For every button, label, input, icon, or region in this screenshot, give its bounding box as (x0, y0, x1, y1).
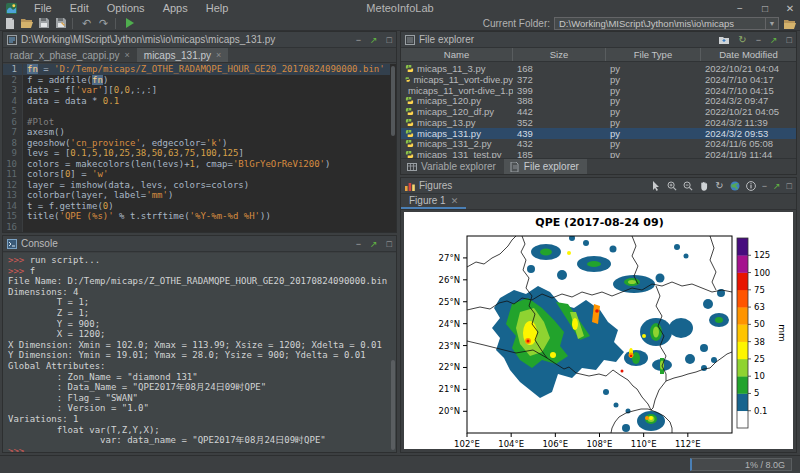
console-line: Variations: 1 (8, 414, 396, 425)
tab-close-icon[interactable]: ✕ (451, 196, 459, 206)
code-line[interactable]: 8geoshow('cn_province', edgecolor='k') (3, 138, 396, 149)
svg-text:25: 25 (754, 354, 765, 364)
menu-apps[interactable]: Apps (154, 2, 197, 14)
memory-usage-indicator[interactable]: 1% / 8.0G (690, 458, 792, 471)
tab-close-icon[interactable]: × (125, 50, 130, 60)
code-editor-area[interactable]: 1fn = 'D:/Temp/micaps/Z_OTHE_RADAMQPE_HO… (3, 64, 396, 232)
code-line[interactable]: 4data = data * 0.1 (3, 96, 396, 107)
rotate-icon[interactable]: ↻ (715, 180, 723, 191)
menu-edit[interactable]: Edit (61, 2, 98, 14)
code-line[interactable]: 6#Plot (3, 117, 396, 128)
column-header-name[interactable]: Name (401, 48, 513, 61)
panel-float-button[interactable]: ↗ (370, 239, 378, 249)
console-output-area[interactable]: >>> run script...>>> fFile Name: D:/Temp… (3, 253, 396, 452)
panel-minimize-button[interactable]: − (756, 35, 761, 45)
code-line[interactable]: 3data = f['var'][0,0,:,:] (3, 85, 396, 96)
line-number: 6 (3, 117, 23, 128)
code-text: t = f.gettime(0) (23, 201, 114, 212)
column-header-modified[interactable]: Date Modified (701, 48, 796, 61)
file-row-micaps_11_vort-dive_1.py[interactable]: micaps_11_vort-dive_1.py399py2024/7/10 0… (401, 85, 796, 96)
identify-info-icon[interactable] (746, 181, 756, 191)
file-row-micaps_131.py[interactable]: micaps_131.py439py2024/3/2 09:53 (401, 128, 796, 139)
window-minimize-button[interactable]: − (734, 3, 746, 14)
code-line[interactable]: 2f = addfile(fn) (3, 75, 396, 86)
console-line: >>> f (8, 266, 396, 277)
console-scrollbar[interactable] (390, 253, 396, 452)
code-line[interactable]: 15title('QPE (%s)' % t.strftime('%Y-%m-%… (3, 211, 396, 222)
redo-button[interactable]: ↷ (96, 17, 111, 30)
code-line[interactable]: 9levs = [0.1,5,10,25,38,50,63,75,100,125… (3, 148, 396, 159)
code-line[interactable]: 16 (3, 222, 396, 233)
console-line: var: data_name = "QPE2017年08月24日09时QPE" (8, 435, 396, 446)
window-maximize-button[interactable]: □ (759, 3, 771, 14)
column-header-filetype[interactable]: File Type (606, 48, 701, 61)
tab-file-explorer[interactable]: File explorer (504, 159, 587, 174)
panel-minimize-button[interactable]: − (762, 181, 767, 191)
console-panel-header: Console − ↗ □ (3, 236, 396, 252)
file-row-micaps_120.py[interactable]: micaps_120.py388py2024/3/2 09:47 (401, 95, 796, 106)
panel-maximize-button[interactable]: □ (387, 35, 392, 45)
file-row-micaps_11_3.py[interactable]: micaps_11_3.py168py2022/10/21 04:04 (401, 63, 796, 74)
editor-file-path: D:\Working\MIScript\Jython\mis\io\micaps… (21, 34, 356, 45)
file-modified: 2022/10/21 04:05 (701, 106, 796, 117)
code-line[interactable]: 14t = f.gettime(0) (3, 201, 396, 212)
tab-figure-1[interactable]: Figure 1 ✕ (401, 194, 466, 209)
figure-canvas[interactable]: QPE (2017-08-24 09)102°E104°E106°E108°E1… (404, 212, 793, 449)
window-controls: − □ ✕ (734, 0, 796, 16)
file-row-micaps_131_2.py[interactable]: micaps_131_2.py432py2024/11/6 05:08 (401, 139, 796, 150)
code-line[interactable]: 7axesm() (3, 127, 396, 138)
zoom-out-icon[interactable] (683, 181, 693, 191)
panel-maximize-button[interactable]: □ (787, 35, 792, 45)
chevron-down-icon[interactable]: ▼ (765, 18, 778, 29)
tab-micaps-131[interactable]: micaps_131.py × (137, 48, 229, 62)
menu-file[interactable]: File (25, 2, 61, 14)
file-type: py (606, 85, 701, 96)
file-explorer-tab-icon (510, 162, 520, 172)
save-button[interactable] (36, 17, 51, 30)
line-number: 7 (3, 127, 23, 138)
select-arrow-icon[interactable] (651, 181, 661, 191)
panel-maximize-button[interactable]: □ (787, 181, 792, 191)
browse-folder-button[interactable] (782, 17, 798, 30)
full-extent-globe-icon[interactable] (730, 181, 740, 191)
file-name: micaps_120.py (417, 95, 481, 106)
file-modified: 2024/7/10 04:15 (701, 85, 796, 96)
zoom-in-icon[interactable] (667, 181, 677, 191)
file-row-micaps_13.py[interactable]: micaps_13.py352py2024/3/2 11:39 (401, 117, 796, 128)
run-script-button[interactable] (122, 17, 137, 30)
file-row-micaps_120_df.py[interactable]: micaps_120_df.py442py2022/10/21 04:05 (401, 106, 796, 117)
refresh-icon[interactable]: ↻ (738, 34, 746, 45)
undo-button[interactable]: ↶ (79, 17, 94, 30)
code-line[interactable]: 11colors[0] = 'w' (3, 169, 396, 180)
menu-options[interactable]: Options (98, 2, 154, 14)
line-number: 10 (3, 159, 23, 170)
editor-scrollbar[interactable] (390, 64, 396, 232)
current-folder-combobox[interactable]: D:\Working\MIScript\Jython\mis\io\micaps… (554, 17, 779, 30)
code-line[interactable]: 12layer = imshow(data, levs, colors=colo… (3, 180, 396, 191)
panel-float-button[interactable]: ↗ (773, 181, 781, 191)
new-folder-icon[interactable] (719, 35, 729, 45)
panel-minimize-button[interactable]: − (356, 35, 361, 45)
code-line[interactable]: 1fn = 'D:/Temp/micaps/Z_OTHE_RADAMQPE_HO… (3, 64, 396, 75)
code-line[interactable]: 10colors = makecolors(len(levs)+1, cmap=… (3, 159, 396, 170)
tab-variable-explorer[interactable]: Variable explorer (401, 159, 504, 174)
map-layers (467, 235, 732, 433)
save-as-button[interactable] (53, 17, 68, 30)
svg-text:23°N: 23°N (439, 341, 460, 351)
panel-float-button[interactable]: ↗ (770, 35, 778, 45)
panel-maximize-button[interactable]: □ (387, 239, 392, 249)
code-line[interactable]: 5 (3, 106, 396, 117)
new-file-button[interactable] (2, 17, 17, 30)
code-text: geoshow('cn_province', edgecolor='k') (23, 138, 228, 149)
tab-radar-x-phase-cappi[interactable]: radar_x_phase_cappi.py × (3, 48, 137, 62)
panel-minimize-button[interactable]: − (356, 239, 361, 249)
window-close-button[interactable]: ✕ (784, 3, 796, 14)
code-line[interactable]: 13colorbar(layer, label='mm') (3, 190, 396, 201)
column-header-size[interactable]: Size (513, 48, 606, 61)
file-row-micaps_11_vort-dive.py[interactable]: micaps_11_vort-dive.py372py2024/7/10 04:… (401, 74, 796, 85)
open-file-button[interactable] (19, 17, 34, 30)
pan-hand-icon[interactable] (699, 181, 709, 191)
menu-help[interactable]: Help (197, 2, 238, 14)
tab-close-icon[interactable]: × (216, 50, 221, 60)
panel-float-button[interactable]: ↗ (370, 35, 378, 45)
